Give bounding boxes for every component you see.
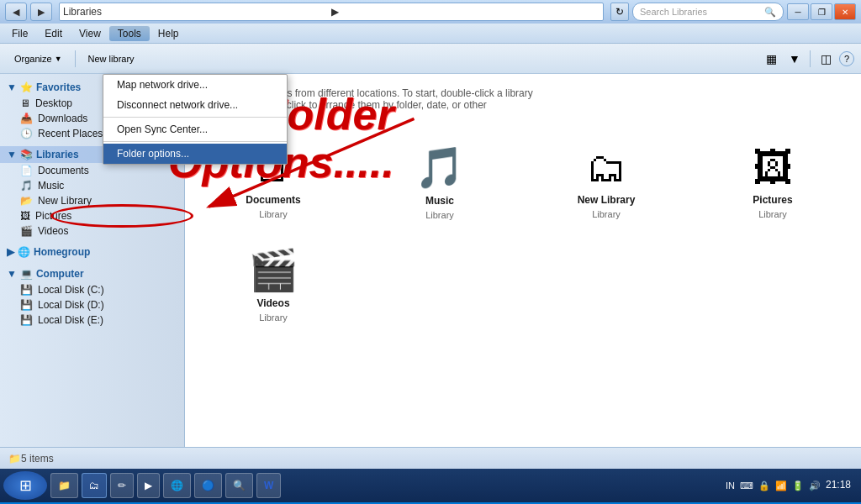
new-library-icon2: 🗂 bbox=[586, 144, 626, 191]
view-options-button[interactable]: ▼ bbox=[784, 50, 805, 68]
taskbar-item-pen[interactable]: ✏ bbox=[110, 473, 134, 498]
sidebar-homegroup-header[interactable]: ▶ 🌐 Homegroup bbox=[0, 244, 184, 260]
sidebar-item-music[interactable]: 🎵 Music bbox=[0, 178, 184, 193]
status-icon: 📁 bbox=[8, 453, 21, 465]
menu-file[interactable]: File bbox=[3, 26, 36, 41]
library-videos[interactable]: 🎬 Videos Library bbox=[198, 242, 348, 328]
computer-icon: 💻 bbox=[20, 268, 33, 280]
toolbar: Organize ▼ New library ▦ ▼ ◫ ? bbox=[0, 44, 861, 74]
taskbar-tray: IN ⌨ 🔒 📶 🔋 🔊 21:18 bbox=[719, 479, 858, 492]
videos-label: Videos bbox=[38, 225, 68, 237]
taskbar-item-chrome[interactable]: 🔵 bbox=[194, 473, 222, 498]
explorer-icon: 📁 bbox=[58, 480, 71, 491]
disk-c-label: Local Disk (C:) bbox=[38, 284, 104, 296]
ie-icon: 🌐 bbox=[171, 480, 183, 491]
homegroup-icon: 🌐 bbox=[18, 246, 30, 258]
view-toggle-button[interactable]: ▦ bbox=[761, 50, 781, 68]
menu-disconnect-network[interactable]: Disconnect network drive... bbox=[103, 95, 287, 115]
search-placeholder: Search Libraries bbox=[640, 7, 707, 17]
sidebar-item-disk-e[interactable]: 💾 Local Disk (E:) bbox=[0, 312, 184, 328]
back-button[interactable]: ◀ bbox=[5, 3, 27, 21]
play-icon: ▶ bbox=[145, 480, 152, 491]
pictures-icon: 🖼 bbox=[20, 210, 30, 222]
sidebar-item-disk-d[interactable]: 💾 Local Disk (D:) bbox=[0, 297, 184, 312]
tray-network-icon: 📶 bbox=[775, 480, 787, 491]
disk-d-icon: 💾 bbox=[20, 299, 33, 311]
disk-d-label: Local Disk (D:) bbox=[38, 299, 104, 311]
toolbar-sep2 bbox=[810, 50, 811, 67]
taskbar-item-play[interactable]: ▶ bbox=[137, 473, 160, 498]
tray-time: 21:18 bbox=[826, 479, 851, 492]
menu-open-sync-center[interactable]: Open Sync Center... bbox=[103, 119, 287, 139]
search-taskbar-icon: 🔍 bbox=[233, 480, 246, 491]
music-label: Music bbox=[38, 180, 64, 192]
taskbar-explorer[interactable]: 📁 bbox=[50, 473, 78, 498]
toolbar-separator bbox=[75, 50, 76, 67]
disk-e-icon: 💾 bbox=[20, 314, 33, 326]
tray-battery-icon: 🔋 bbox=[792, 480, 804, 491]
computer-label: Computer bbox=[36, 268, 84, 280]
sidebar-item-new-library[interactable]: 📂 New Library bbox=[0, 193, 184, 208]
music-library-sub: Library bbox=[425, 210, 454, 220]
preview-pane-button[interactable]: ◫ bbox=[816, 50, 836, 68]
pictures-library-name: Pictures bbox=[753, 194, 792, 206]
videos-icon: 🎬 bbox=[20, 225, 33, 237]
sidebar-computer-header[interactable]: ▼ 💻 Computer bbox=[0, 265, 184, 282]
library-new[interactable]: 🗂 New Library Library bbox=[531, 139, 681, 225]
documents-library-name: Documents bbox=[246, 194, 300, 206]
menu-map-network-drive[interactable]: Map network drive... bbox=[103, 75, 287, 95]
forward-button[interactable]: ▶ bbox=[30, 3, 52, 21]
menu-folder-options[interactable]: Folder options... bbox=[103, 144, 287, 164]
refresh-button[interactable]: ↻ bbox=[610, 3, 629, 21]
pictures-library-sub: Library bbox=[758, 209, 787, 219]
tray-lock-icon: 🔒 bbox=[758, 480, 770, 491]
tools-dropdown-menu: Map network drive... Disconnect network … bbox=[103, 74, 288, 165]
library-pictures[interactable]: 🖼 Pictures Library bbox=[698, 139, 848, 225]
toolbar-right: ▦ ▼ ◫ ? bbox=[761, 50, 854, 68]
recent-icon: 🕒 bbox=[20, 128, 33, 139]
organize-button[interactable]: Organize ▼ bbox=[7, 50, 70, 67]
taskbar-item-ie[interactable]: 🌐 bbox=[163, 473, 191, 498]
menu-tools[interactable]: Tools bbox=[109, 26, 150, 41]
disk-e-label: Local Disk (E:) bbox=[38, 314, 103, 326]
word-icon: W bbox=[264, 480, 273, 491]
sidebar-item-videos[interactable]: 🎬 Videos bbox=[0, 223, 184, 239]
libraries-label: Libraries bbox=[36, 149, 79, 160]
sidebar-item-pictures[interactable]: 🖼 Pictures bbox=[0, 208, 184, 223]
minimize-button[interactable]: ─ bbox=[787, 3, 809, 20]
documents-label: Documents bbox=[38, 165, 89, 176]
restore-button[interactable]: ❐ bbox=[811, 3, 832, 20]
taskbar-item-word[interactable]: W bbox=[256, 473, 281, 498]
sidebar-item-disk-c[interactable]: 💾 Local Disk (C:) bbox=[0, 282, 184, 297]
menu-view[interactable]: View bbox=[71, 26, 109, 41]
favorites-label: Favorites bbox=[36, 81, 81, 93]
music-library-name: Music bbox=[425, 195, 454, 207]
address-bar[interactable]: Libraries ▶ bbox=[59, 3, 604, 21]
videos-library-sub: Library bbox=[259, 312, 288, 323]
help-button[interactable]: ? bbox=[839, 51, 854, 66]
desktop-icon: 🖥 bbox=[20, 97, 30, 109]
sidebar-item-documents[interactable]: 📄 Documents bbox=[0, 163, 184, 178]
new-library-sub: Library bbox=[592, 209, 621, 219]
menu-edit[interactable]: Edit bbox=[36, 26, 71, 41]
organize-label: Organize bbox=[14, 54, 52, 64]
downloads-icon: 📥 bbox=[20, 113, 33, 124]
videos-library-icon: 🎬 bbox=[248, 247, 298, 294]
documents-library-sub: Library bbox=[259, 209, 288, 219]
taskbar-item-search[interactable]: 🔍 bbox=[225, 473, 253, 498]
music-library-icon: 🎵 bbox=[415, 144, 465, 192]
status-bar: 📁 5 items bbox=[0, 447, 861, 469]
address-arrow: ▶ bbox=[331, 6, 598, 18]
libraries-icon: 📚 bbox=[20, 149, 33, 160]
new-library-button[interactable]: New library bbox=[81, 50, 142, 67]
main-area: ▼ ⭐ Favorites 🖥 Desktop 📥 Downloads 🕒 Re… bbox=[0, 74, 861, 447]
new-library-label: New Library bbox=[38, 195, 92, 207]
close-button[interactable]: ✕ bbox=[834, 3, 856, 20]
taskbar-item-folder[interactable]: 🗂 bbox=[82, 473, 107, 498]
start-button[interactable]: ⊞ bbox=[3, 471, 47, 500]
pen-icon: ✏ bbox=[118, 480, 126, 491]
search-icon: 🔍 bbox=[764, 7, 776, 18]
tray-keyboard-icon: ⌨ bbox=[740, 480, 753, 491]
search-bar[interactable]: Search Libraries 🔍 bbox=[632, 3, 784, 21]
menu-help[interactable]: Help bbox=[150, 26, 188, 41]
